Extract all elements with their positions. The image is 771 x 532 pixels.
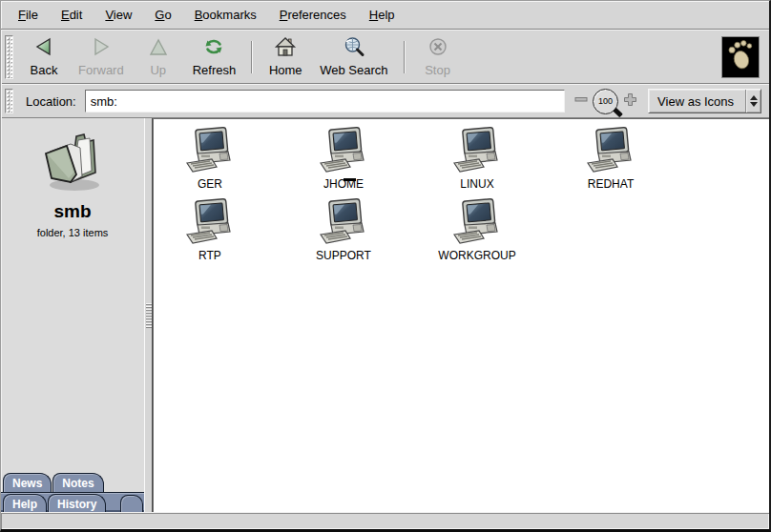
computer-icon (319, 198, 368, 248)
share-label: WORKGROUP (438, 249, 515, 262)
web-search-button[interactable]: Web Search (311, 33, 396, 81)
dropdown-spinner-icon (745, 90, 761, 113)
content-area: smb folder, 13 items News Notes Help His… (1, 118, 769, 512)
home-label: Home (269, 63, 302, 77)
zoom-level-value: 100 (598, 96, 613, 106)
nautilus-window: File Edit View Go Bookmarks Preferences … (0, 0, 771, 532)
tab-partial[interactable] (120, 495, 143, 512)
web-search-label: Web Search (320, 63, 387, 77)
refresh-button[interactable]: Refresh (184, 33, 245, 81)
share-item-linux[interactable]: LINUX (410, 127, 544, 198)
mouse-cursor (344, 178, 356, 181)
home-icon (274, 36, 297, 61)
tab-help[interactable]: Help (3, 494, 47, 512)
share-item-support[interactable]: SUPPORT (277, 198, 410, 270)
stop-button[interactable]: Stop (412, 33, 464, 81)
share-item-rtp[interactable]: RTP (153, 198, 277, 270)
zoom-out-icon[interactable] (574, 92, 588, 110)
toolbar: Back Forward Up (1, 30, 769, 84)
menu-bookmarks[interactable]: Bookmarks (183, 3, 268, 27)
up-icon (147, 36, 170, 61)
computer-icon (452, 198, 502, 248)
view-mode-label: View as Icons (649, 94, 745, 109)
location-bar: Location: 100 View as Icons (1, 84, 769, 118)
icon-grid: GER JHOME LINUX REDHAT RTP (153, 127, 687, 270)
up-label: Up (150, 63, 166, 77)
share-label: REDHAT (588, 177, 634, 191)
menu-preferences[interactable]: Preferences (268, 3, 358, 27)
tab-history[interactable]: History (48, 494, 106, 512)
back-button[interactable]: Back (18, 33, 70, 81)
zoom-level-indicator[interactable]: 100 (593, 89, 618, 114)
zoom-in-icon[interactable] (623, 92, 637, 111)
forward-button[interactable]: Forward (70, 33, 133, 81)
sidebar-tabs: News Notes Help History (1, 471, 144, 512)
location-input[interactable] (85, 90, 565, 113)
computer-icon (319, 127, 368, 176)
toolbar-separator (251, 41, 253, 73)
gnome-foot-icon (726, 39, 755, 75)
share-item-jhome[interactable]: JHOME (277, 127, 410, 198)
sidebar-tab-row-1: News Notes (1, 471, 144, 492)
computer-icon (185, 127, 235, 176)
sidebar: smb folder, 13 items News Notes Help His… (1, 118, 144, 512)
menu-view[interactable]: View (94, 3, 143, 27)
home-button[interactable]: Home (260, 33, 311, 81)
sidebar-folder-panel: smb folder, 13 items (1, 118, 144, 238)
location-label: Location: (26, 94, 76, 109)
share-item-redhat[interactable]: REDHAT (544, 127, 677, 198)
stop-label: Stop (425, 63, 450, 77)
splitter-grip-icon[interactable] (146, 303, 152, 329)
forward-icon (90, 36, 113, 61)
back-label: Back (31, 63, 58, 77)
toolbar-grip[interactable] (5, 35, 13, 79)
sidebar-folder-info: folder, 13 items (1, 227, 144, 238)
share-item-workgroup[interactable]: WORKGROUP (410, 198, 544, 270)
forward-label: Forward (78, 63, 124, 77)
share-label: LINUX (460, 177, 493, 191)
view-mode-dropdown[interactable]: View as Icons (648, 89, 761, 113)
computer-icon (185, 198, 235, 248)
sidebar-folder-title: smb (1, 201, 144, 222)
share-label: GER (198, 177, 222, 191)
computer-icon (586, 127, 636, 176)
refresh-icon (202, 36, 225, 61)
stop-icon (427, 36, 449, 61)
location-bar-grip[interactable] (5, 89, 13, 113)
open-folder-icon (38, 180, 107, 196)
zoom-controls: 100 (574, 89, 637, 114)
share-label: RTP (198, 249, 221, 262)
tab-news[interactable]: News (3, 473, 52, 492)
share-label: SUPPORT (316, 249, 371, 262)
sidebar-tab-row-2: Help History (1, 492, 144, 512)
back-icon (32, 36, 55, 61)
share-item-ger[interactable]: GER (153, 127, 277, 198)
menu-bar: File Edit View Go Bookmarks Preferences … (1, 1, 769, 30)
menu-edit[interactable]: Edit (50, 3, 94, 27)
menu-help[interactable]: Help (358, 3, 406, 27)
menu-file[interactable]: File (7, 3, 50, 27)
toolbar-separator-2 (404, 41, 406, 73)
status-bar (1, 512, 769, 529)
up-button[interactable]: Up (133, 33, 184, 81)
refresh-label: Refresh (193, 63, 237, 77)
tab-notes[interactable]: Notes (52, 473, 103, 492)
computer-icon (452, 127, 502, 176)
sidebar-splitter[interactable] (144, 118, 153, 512)
throbber (722, 37, 759, 77)
icon-view: GER JHOME LINUX REDHAT RTP (153, 118, 769, 512)
web-search-icon (343, 36, 365, 61)
menu-go[interactable]: Go (143, 3, 182, 27)
